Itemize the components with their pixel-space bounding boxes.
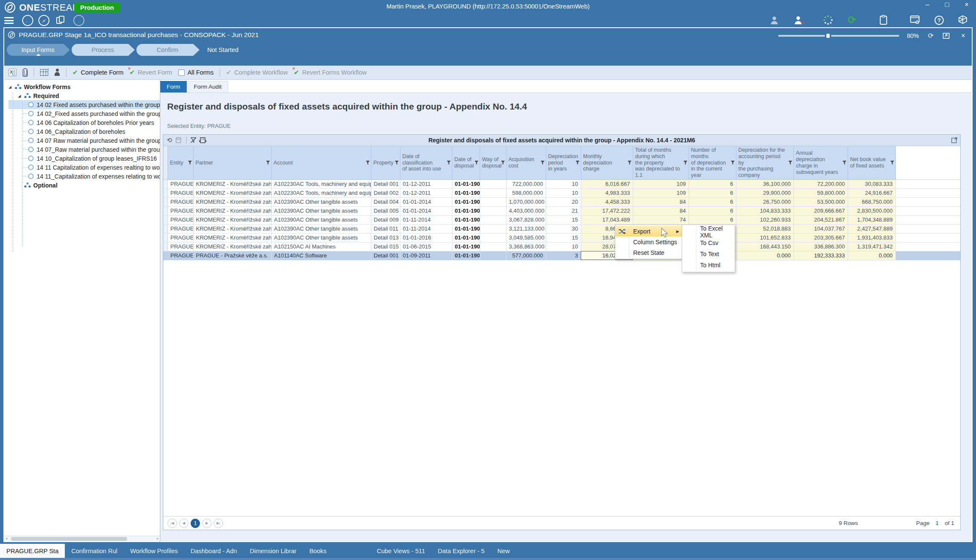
column-header-net_book[interactable]: Net book value of fixed assets	[848, 146, 895, 179]
dialog-refresh-icon[interactable]: ⟳	[927, 32, 935, 40]
row-indicator[interactable]	[163, 224, 168, 233]
table-row[interactable]: PRAGUEPRAGUE - Pražské věže a.s.A101140A…	[163, 251, 960, 260]
cell-account[interactable]: A102230AC Tools, machinery and equipment	[271, 188, 371, 197]
cell-acq_cost[interactable]: 3,049,585.000	[506, 233, 546, 242]
filter-icon[interactable]	[501, 161, 505, 165]
prev-page-button[interactable]: ◀	[179, 519, 188, 528]
cell-way_disposal[interactable]	[480, 179, 506, 188]
cell-date_class[interactable]: 01-12-2011	[400, 179, 452, 188]
cell-net_book[interactable]: 1,319,471.342	[848, 242, 895, 251]
cell-way_disposal[interactable]	[480, 206, 506, 215]
menu-icon[interactable]	[4, 17, 14, 24]
cell-net_book[interactable]: 668,750.000	[848, 197, 895, 206]
cell-date_class[interactable]: 01-01-2014	[400, 206, 452, 215]
cell-spacer[interactable]	[895, 251, 960, 260]
scroll-left-icon[interactable]: ◂	[6, 537, 7, 540]
cell-date_disposal[interactable]: 01-01-1900	[452, 215, 480, 224]
cell-spacer[interactable]	[895, 233, 960, 242]
cell-way_disposal[interactable]	[480, 251, 506, 260]
sidebar-item-form-5[interactable]: 14 07_Raw material purchased within the …	[9, 145, 160, 154]
filter-icon[interactable]	[366, 161, 370, 165]
cell-entity[interactable]: PRAGUE	[168, 242, 193, 251]
cell-date_disposal[interactable]: 01-01-1900	[452, 224, 480, 233]
cell-dep_period[interactable]: 15	[546, 215, 581, 224]
cell-acq_cost[interactable]: 598,000.000	[506, 188, 546, 197]
cell-property[interactable]: Detail 013	[371, 233, 400, 242]
cell-dep_period[interactable]: 10	[546, 242, 581, 251]
column-header-annual[interactable]: Annual depreciation charge in subsequent…	[794, 146, 848, 179]
workflow-step-input-forms[interactable]: Input Forms	[7, 44, 70, 56]
cell-date_class[interactable]: 01-11-2014	[400, 224, 452, 233]
refresh-icon[interactable]: ⟳	[846, 14, 857, 26]
clipboard-icon[interactable]	[878, 14, 889, 26]
bottom-tab-cube-views-511[interactable]: Cube Views - 511	[371, 544, 432, 558]
cell-partner[interactable]: KROMERIZ - Kroměřížské zahrady a.s.	[193, 224, 271, 233]
filter-icon[interactable]	[731, 161, 735, 165]
cell-annual[interactable]: 53,500.000	[794, 197, 848, 206]
cell-dep_acct[interactable]: 101,652.833	[736, 233, 794, 242]
cell-property[interactable]: Detail 005	[371, 206, 400, 215]
cell-date_disposal[interactable]: 01-01-1900	[452, 197, 480, 206]
cell-entity[interactable]: PRAGUE	[168, 251, 193, 260]
cell-account[interactable]: A102390AC Other tangible assets	[271, 206, 371, 215]
close-button[interactable]: ×	[962, 1, 971, 9]
cell-account[interactable]: A102390AC Other tangible assets	[271, 224, 371, 233]
table-row[interactable]: PRAGUEKROMERIZ - Kroměřížské zahrady a.s…	[163, 206, 960, 215]
column-header-num_months[interactable]: Number of months of depreciation in the …	[689, 146, 736, 179]
user-icon[interactable]	[769, 14, 780, 26]
column-header-total_months[interactable]: Total of months during which the propert…	[633, 146, 689, 179]
last-page-button[interactable]: ▶|	[214, 519, 223, 528]
context-menu-item-export[interactable]: Export▶	[615, 226, 682, 237]
cell-date_class[interactable]: 01-01-2014	[400, 197, 452, 206]
cell-total_months[interactable]: 84	[633, 197, 689, 206]
filter-icon[interactable]	[541, 161, 544, 165]
sidebar-item-form-8[interactable]: 14 11_Capitalization of expenses relatin…	[9, 172, 160, 181]
workflow-step-process[interactable]: Process	[72, 44, 135, 56]
cell-acq_cost[interactable]: 1,070,000.000	[506, 197, 546, 206]
cell-spacer[interactable]	[895, 242, 960, 251]
cell-dep_period[interactable]: 30	[546, 224, 581, 233]
cell-num_months[interactable]: 6	[689, 197, 736, 206]
row-indicator[interactable]	[163, 233, 168, 242]
dialog-close-icon[interactable]: ×	[959, 32, 967, 40]
zoom-slider[interactable]	[778, 34, 899, 38]
forward-icon[interactable]: →	[73, 15, 84, 26]
cell-date_class[interactable]: 01-06-2015	[400, 242, 452, 251]
expander-icon[interactable]: ◢	[9, 85, 14, 89]
table-row[interactable]: PRAGUEKROMERIZ - Kroměřížské zahrady a.s…	[163, 215, 960, 224]
cell-total_months[interactable]: 74	[633, 215, 689, 224]
revert-forms-workflow-button[interactable]: ✔Revert Forms Workflow	[294, 69, 367, 76]
cell-partner[interactable]: KROMERIZ - Kroměřížské zahrady a.s.	[193, 233, 271, 242]
table-row[interactable]: PRAGUEKROMERIZ - Kroměřížské zahrady a.s…	[163, 179, 960, 188]
cell-date_disposal[interactable]: 01-01-1900	[452, 242, 480, 251]
cell-property[interactable]: Detail 011	[371, 224, 400, 233]
filter-icon[interactable]	[447, 161, 451, 165]
cell-partner[interactable]: PRAGUE - Pražské věže a.s.	[193, 251, 271, 260]
cell-way_disposal[interactable]	[480, 188, 506, 197]
column-header-account[interactable]: Account	[271, 146, 371, 179]
cell-total_months[interactable]: 109	[633, 179, 689, 188]
sidebar-item-form-6[interactable]: 14 10_Capitalization of group leases_IFR…	[9, 154, 160, 163]
cell-net_book[interactable]: 2,830,500.000	[848, 206, 895, 215]
sidebar-item-form-3[interactable]: 14 06_Capitalization of boreholes	[9, 127, 160, 136]
cell-dep_acct[interactable]: 36,100.000	[736, 179, 794, 188]
current-page-button[interactable]: 1	[191, 519, 200, 528]
submenu-item-to-text[interactable]: To Text	[682, 248, 735, 260]
cell-way_disposal[interactable]	[480, 242, 506, 251]
cell-net_book[interactable]: 24,916.667	[848, 188, 895, 197]
cell-partner[interactable]: KROMERIZ - Kroměřížské zahrady a.s.	[193, 197, 271, 206]
bottom-tab-new[interactable]: New	[491, 544, 516, 558]
cell-acq_cost[interactable]: 3,368,863.000	[506, 242, 546, 251]
next-page-button[interactable]: ▶	[202, 519, 211, 528]
row-indicator[interactable]	[163, 206, 168, 215]
open-in-window-icon[interactable]	[943, 33, 951, 39]
dashboard-favorite-icon[interactable]	[909, 14, 921, 26]
cell-net_book[interactable]: 0.000	[848, 251, 895, 260]
tree-node-workflow-forms[interactable]: ◢Workflow Forms	[9, 82, 160, 91]
workflow-step-confirm[interactable]: Confirm	[136, 44, 200, 56]
cell-entity[interactable]: PRAGUE	[168, 197, 193, 206]
context-menu-item-reset-state[interactable]: Reset State	[615, 247, 682, 258]
column-header-spacer[interactable]	[895, 146, 960, 179]
user-assign-icon[interactable]	[54, 69, 60, 76]
cell-dep_period[interactable]: 10	[546, 179, 581, 188]
